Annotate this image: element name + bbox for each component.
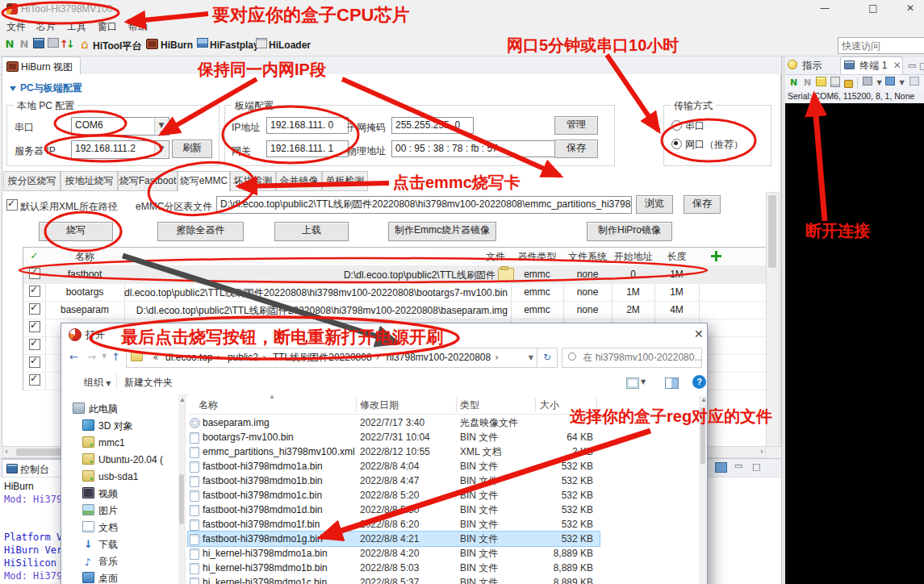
table-row-baseparam[interactable]: baseparam D:\dl.ecoo.top\public2\TTL线刷固件… — [23, 301, 767, 319]
row-checkbox[interactable] — [29, 321, 40, 332]
sidebar-item-documents[interactable]: 文档 — [82, 519, 118, 536]
organize-button[interactable]: 组织 ▼ — [84, 376, 111, 390]
upload-button[interactable]: 上载 — [274, 222, 349, 241]
tab-burn-emmc[interactable]: 烧写eMMC — [178, 171, 230, 192]
col-length[interactable]: 长度 — [654, 250, 699, 264]
hiloader-icon[interactable] — [255, 38, 268, 51]
maximize-button[interactable]: □ — [859, 0, 887, 16]
menu-file[interactable]: 文件 — [6, 20, 26, 34]
chevron-down-icon[interactable]: ▼ — [529, 348, 533, 367]
toolbar-hiburn[interactable]: HiBurn — [161, 40, 193, 51]
disconnect-terminal-icon[interactable]: N — [801, 77, 813, 89]
burn-button[interactable]: 烧写 — [39, 222, 113, 241]
chevron-down-icon[interactable]: ▼ — [154, 119, 168, 134]
row-checkbox[interactable] — [29, 374, 40, 386]
screen-icon[interactable] — [47, 38, 60, 51]
sidebar-item-downloads[interactable]: 下载 — [82, 536, 118, 553]
radio-network-label[interactable]: 网口（推荐） — [685, 138, 743, 152]
up-icon[interactable]: ↑ — [111, 351, 120, 363]
close-button[interactable]: ✕ — [897, 0, 924, 16]
scroll-right-icon[interactable]: › — [760, 447, 763, 457]
file-row[interactable]: fastboot-hi3798mdmo1f.bin2022/8/8 6:20BI… — [188, 517, 600, 532]
breadcrumb-item[interactable]: TTL线刷固件20220808 — [273, 352, 372, 363]
disconnect-icon[interactable]: N — [18, 38, 31, 51]
menu-help[interactable]: 帮助 — [128, 20, 148, 34]
file-row[interactable]: hi_kernel-hi3798mdmo1b.bin2022/8/8 5:03B… — [188, 561, 600, 575]
tab-merge-image[interactable]: 合并镜像 — [276, 171, 322, 191]
tab-partition-burn[interactable]: 按分区烧写 — [3, 171, 61, 191]
tab-terminal-1[interactable]: 终端 1 ✕ — [840, 56, 903, 74]
section-pc-board-config[interactable]: PC与板端配置 — [10, 81, 82, 95]
sidebar-item-3d-objects[interactable]: 3D 对象 — [82, 418, 133, 434]
col-file-type[interactable]: 类型 — [460, 398, 479, 412]
breadcrumb-item[interactable]: public2 — [228, 352, 258, 363]
serial-settings-icon[interactable] — [861, 77, 873, 89]
close-tab-icon[interactable]: ✕ — [893, 60, 901, 71]
gateway-input[interactable]: 192.168.111. 1 — [266, 140, 349, 157]
sidebar-item-videos[interactable]: 视频 — [82, 486, 118, 502]
file-row[interactable]: bootargs7-mv100.bin2022/7/31 10:04BIN 文件… — [188, 430, 600, 444]
browse-button[interactable]: 浏览 — [636, 195, 673, 214]
erase-all-button[interactable]: 擦除全器件 — [157, 222, 244, 241]
chevron-down-icon[interactable]: ▼ — [641, 378, 646, 386]
xml-checkbox-label[interactable]: 默认采用XML所在路径 — [20, 200, 118, 214]
forward-icon[interactable]: → — [87, 351, 96, 363]
minimize-panel-icon[interactable]: ▭ — [908, 60, 916, 71]
connect-icon[interactable]: N — [3, 38, 16, 51]
sidebar-item-this-pc[interactable]: 此电脑 — [73, 401, 118, 417]
subnet-input[interactable]: 255.255.255. 0 — [391, 117, 474, 134]
tab-address-burn[interactable]: 按地址烧写 — [61, 171, 118, 191]
menu-tools[interactable]: 工具 — [67, 20, 86, 34]
config-icon[interactable] — [32, 38, 45, 51]
view-mode-icon[interactable] — [626, 378, 639, 389]
menu-chip[interactable]: 芯片 — [36, 20, 56, 34]
tab-bad-block[interactable]: 坏块检测 — [230, 171, 276, 191]
sidebar-item-pictures[interactable]: 图片 — [82, 503, 118, 519]
chevron-down-icon[interactable]: ▼ — [102, 352, 107, 360]
file-row[interactable]: hi_kernel-hi3798mdmo1a.bin2022/8/8 4:20B… — [188, 546, 600, 561]
sidebar-scrollbar[interactable]: ▲ — [178, 394, 185, 584]
make-hipro-image-button[interactable]: 制作HiPro镜像 — [587, 222, 672, 241]
table-row-bootargs[interactable]: bootargs D:\dl.ecoo.top\public2\TTL线刷固件2… — [23, 283, 767, 302]
file-row[interactable]: emmc_partitions_hi3798mv100.xml2022/8/12… — [188, 444, 600, 459]
table-row-fastboot[interactable]: fastboot D:\dl.ecoo.top\public2\TTL线刷固件 … — [23, 265, 767, 284]
back-icon[interactable]: ← — [69, 351, 78, 363]
sidebar-item-ubuntu[interactable]: Ubuntu-20.04 ( — [82, 452, 163, 468]
row-checkbox[interactable] — [29, 286, 40, 297]
quick-access-input[interactable] — [838, 37, 924, 54]
scroll-left-icon[interactable]: ‹ — [5, 447, 8, 457]
hiburn-icon[interactable] — [145, 38, 158, 51]
breadcrumb[interactable]: « dl.ecoo.top› public2› TTL线刷固件20220808›… — [126, 348, 537, 368]
save-xml-button[interactable]: 保存 — [684, 195, 721, 214]
col-file-date[interactable]: 修改日期 — [360, 398, 399, 412]
board-ip-input[interactable]: 192.168.111. 0 — [266, 117, 349, 134]
new-folder-button[interactable]: 新建文件夹 — [124, 376, 173, 390]
lock-icon[interactable] — [842, 77, 855, 89]
connect-terminal-icon[interactable]: N — [788, 77, 800, 89]
toolbar-hifastplay[interactable]: HiFastplay — [210, 40, 259, 51]
file-row[interactable]: baseparam.img2022/7/17 3:40光盘映像文件 — [188, 415, 600, 430]
file-row[interactable]: fastboot-hi3798mdmo1d.bin2022/8/8 5:50BI… — [188, 503, 600, 517]
file-row[interactable]: hi_kernel-hi3798mdmo1c.bin2022/8/8 5:37B… — [188, 575, 600, 584]
col-file[interactable]: 文件 — [124, 250, 505, 264]
minimize-button[interactable]: — — [811, 0, 838, 16]
row-checkbox[interactable] — [29, 268, 40, 279]
breadcrumb-item[interactable]: dl.ecoo.top — [165, 352, 213, 363]
server-ip-select[interactable]: 192.168.111.2▼ — [71, 140, 169, 159]
radio-network[interactable] — [671, 139, 682, 149]
transfer-updown-icon[interactable]: ↑↓ — [60, 38, 73, 51]
col-fs[interactable]: 文件系统 — [563, 250, 612, 264]
col-start[interactable]: 开始地址 — [612, 250, 654, 264]
overflow-icon[interactable] — [908, 77, 920, 89]
col-name[interactable]: 名称 — [45, 250, 124, 264]
scroll-lock-icon[interactable] — [829, 77, 841, 89]
xml-path-input[interactable]: D:\dl.ecoo.top\public2\TTL线刷固件20220808\h… — [216, 196, 632, 214]
tab-board-check[interactable]: 单板检测 — [322, 171, 368, 191]
radio-serial-label[interactable]: 串口 — [685, 119, 704, 133]
tab-hiburn-view[interactable]: HiBurn 视图 — [2, 56, 81, 75]
row-checkbox[interactable] — [29, 357, 40, 368]
tab-console[interactable]: 控制台 — [2, 459, 65, 478]
radio-serial[interactable] — [671, 120, 682, 131]
hifastplay-icon[interactable] — [196, 38, 209, 51]
minimize-panel-icon[interactable]: ▭ — [734, 461, 742, 471]
